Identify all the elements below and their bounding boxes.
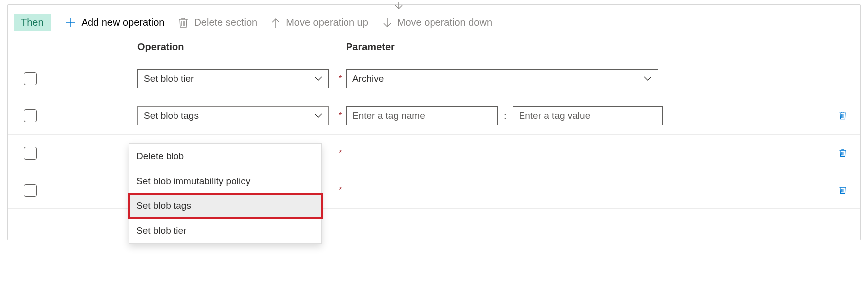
add-new-operation-button[interactable]: Add new operation [65,17,165,29]
add-new-operation-label: Add new operation [82,17,165,28]
column-headers: Operation Parameter [8,41,860,60]
operation-select-value: Set blob tier [144,73,194,84]
dropdown-option-set-immutability-policy[interactable]: Set blob immutability policy [129,169,321,193]
parameter-select[interactable]: Archive [346,69,658,88]
arrow-up-icon [271,17,281,29]
chevron-down-icon [314,110,322,121]
required-mark: * [339,74,346,83]
then-badge: Then [14,14,51,31]
move-operation-up-button[interactable]: Move operation up [271,17,368,29]
tag-separator: : [502,110,509,122]
move-operation-down-button[interactable]: Move operation down [382,17,492,29]
move-operation-down-label: Move operation down [397,17,492,28]
parameter-column-header: Parameter [346,41,860,53]
operation-row: Set blob tags * : [8,97,860,134]
dropdown-option-set-blob-tier[interactable]: Set blob tier [129,218,321,243]
operation-dropdown: Delete blob Set blob immutability policy… [129,143,322,244]
row-checkbox[interactable] [24,109,37,122]
tag-name-input[interactable] [346,106,498,125]
operation-select[interactable]: Set blob tier [137,69,329,88]
delete-section-button[interactable]: Delete section [178,17,257,29]
incoming-arrow-icon [393,1,404,12]
dropdown-option-delete-blob[interactable]: Delete blob [129,144,321,169]
chevron-down-icon [644,73,652,84]
row-checkbox[interactable] [24,72,37,85]
delete-row-button[interactable] [836,109,850,123]
required-mark: * [339,149,346,158]
required-mark: * [339,111,346,120]
delete-row-button[interactable] [836,184,850,197]
row-checkbox[interactable] [24,184,37,197]
plus-icon [65,17,77,29]
parameter-select-value: Archive [352,73,384,84]
operation-select[interactable]: Set blob tags [137,106,329,125]
operation-row: Set blob tier * Archive [8,60,860,97]
row-checkbox[interactable] [24,147,37,160]
required-mark: * [339,186,346,195]
arrow-down-icon [382,17,392,29]
delete-section-label: Delete section [194,17,257,28]
dropdown-option-set-blob-tags[interactable]: Set blob tags [129,193,321,218]
operation-column-header: Operation [137,41,346,53]
chevron-down-icon [314,73,322,84]
move-operation-up-label: Move operation up [286,17,368,28]
trash-icon [178,17,189,29]
operation-select-value: Set blob tags [144,110,199,121]
tag-value-input[interactable] [513,106,663,125]
delete-row-button[interactable] [836,146,850,160]
section-toolbar: Then Add new operation Delete section [8,5,860,41]
